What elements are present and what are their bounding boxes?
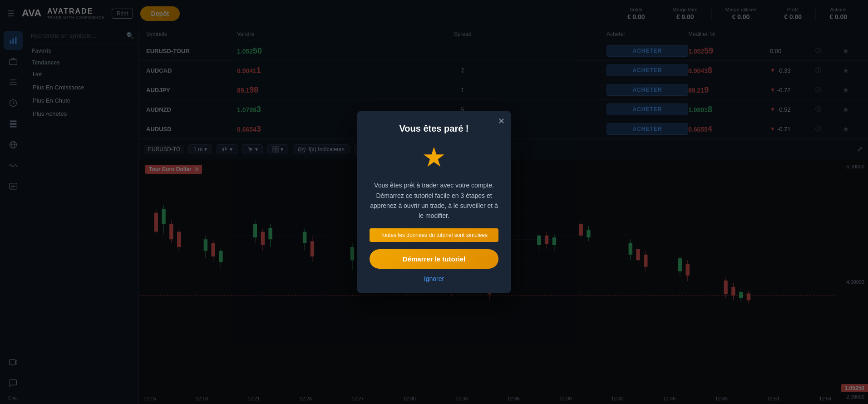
modal-close-button[interactable]: ✕ [498,116,505,126]
modal-title: Vous êtes paré ! [370,123,498,134]
ignore-link[interactable]: Ignorer [370,275,498,282]
modal-description: Vous êtes prêt à trader avec votre compt… [370,180,498,221]
start-tutorial-button[interactable]: Démarrer le tutoriel [370,249,498,269]
modal-star-icon: ★ [370,141,498,173]
modal-warning: Toutes les données du tutoriel sont simu… [370,228,498,242]
modal-overlay: ✕ Vous êtes paré ! ★ Vous êtes prêt à tr… [0,0,868,404]
tutorial-modal: ✕ Vous êtes paré ! ★ Vous êtes prêt à tr… [357,111,511,293]
